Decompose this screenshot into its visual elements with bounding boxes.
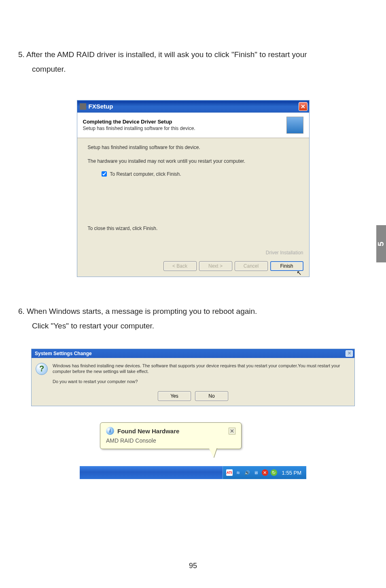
error-tray-icon[interactable]: ✕ bbox=[262, 469, 268, 476]
close-wizard-text: To close this wizard, click Finish. bbox=[88, 226, 299, 231]
tray-area: i Found New Hardware ✕ AMD RAID Console … bbox=[80, 422, 306, 479]
body-text-1: Setup has finished installing software f… bbox=[88, 145, 299, 150]
header-title: Completing the Device Driver Setup bbox=[83, 119, 195, 125]
volume-tray-icon[interactable]: 🔊 bbox=[244, 469, 250, 476]
yes-button[interactable]: Yes bbox=[158, 391, 191, 401]
fxsetup-dialog: FXSetup ✕ Completing the Device Driver S… bbox=[77, 100, 310, 277]
found-new-hardware-balloon: i Found New Hardware ✕ AMD RAID Console bbox=[100, 422, 242, 449]
body-text-2: The hardware you installed may not work … bbox=[88, 158, 299, 164]
close-icon[interactable]: ✕ bbox=[299, 102, 308, 111]
info-icon: i bbox=[106, 427, 114, 435]
driver-installation-label: Driver Installation bbox=[266, 250, 303, 256]
restart-checkbox-label: To Restart computer, click Finish. bbox=[110, 171, 181, 177]
balloon-tail bbox=[209, 448, 217, 458]
fxsetup-titlebar[interactable]: FXSetup ✕ bbox=[77, 100, 309, 113]
dialog-header: Completing the Device Driver Setup Setup… bbox=[77, 113, 309, 138]
step6-line1: 6. When Windows starts, a message is pro… bbox=[18, 305, 368, 317]
cancel-button: Cancel bbox=[235, 261, 268, 271]
network-tray-icon[interactable]: ≋ bbox=[235, 469, 242, 476]
finish-button[interactable]: Finish bbox=[270, 261, 303, 271]
ati-tray-icon[interactable]: ATI bbox=[226, 469, 233, 476]
taskbar: ATI ≋ 🔊 🖥 ✕ ↻ 1:55 PM bbox=[80, 466, 306, 479]
step6-line2: Click "Yes" to restart your computer. bbox=[18, 320, 368, 332]
back-button: < Back bbox=[163, 261, 197, 271]
close-icon[interactable]: ✕ bbox=[229, 428, 235, 435]
page-number: 95 bbox=[0, 562, 386, 570]
header-logo-icon bbox=[286, 117, 303, 134]
next-button: Next > bbox=[199, 261, 232, 271]
step5-line2: computer. bbox=[18, 63, 368, 75]
balloon-title: Found New Hardware bbox=[117, 428, 179, 435]
tray-clock[interactable]: 1:55 PM bbox=[282, 470, 301, 476]
close-icon[interactable]: ✕ bbox=[346, 350, 353, 357]
status-tray-icon[interactable]: ↻ bbox=[271, 469, 277, 476]
no-button[interactable]: No bbox=[195, 391, 228, 401]
system-tray[interactable]: ATI ≋ 🔊 🖥 ✕ ↻ 1:55 PM bbox=[223, 466, 306, 479]
chapter-tab: 5 bbox=[376, 225, 386, 262]
question-icon: ? bbox=[36, 363, 48, 375]
balloon-body: AMD RAID Console bbox=[106, 437, 235, 444]
ssc-prompt: Do you want to restart your computer now… bbox=[53, 379, 350, 385]
display-tray-icon[interactable]: 🖥 bbox=[253, 469, 259, 476]
header-subtitle: Setup has finished installing software f… bbox=[83, 126, 195, 131]
ssc-body-text: Windows has finished installing new devi… bbox=[53, 363, 350, 375]
system-settings-dialog: System Settings Change ✕ ? Windows has f… bbox=[31, 349, 355, 407]
ssc-title: System Settings Change bbox=[35, 351, 346, 356]
ssc-titlebar[interactable]: System Settings Change ✕ bbox=[32, 349, 354, 358]
fxsetup-title: FXSetup bbox=[89, 103, 299, 110]
restart-checkbox[interactable] bbox=[102, 171, 107, 177]
app-icon bbox=[80, 103, 86, 110]
step5-line1: 5. After the AMD RAID driver is installe… bbox=[18, 49, 368, 61]
